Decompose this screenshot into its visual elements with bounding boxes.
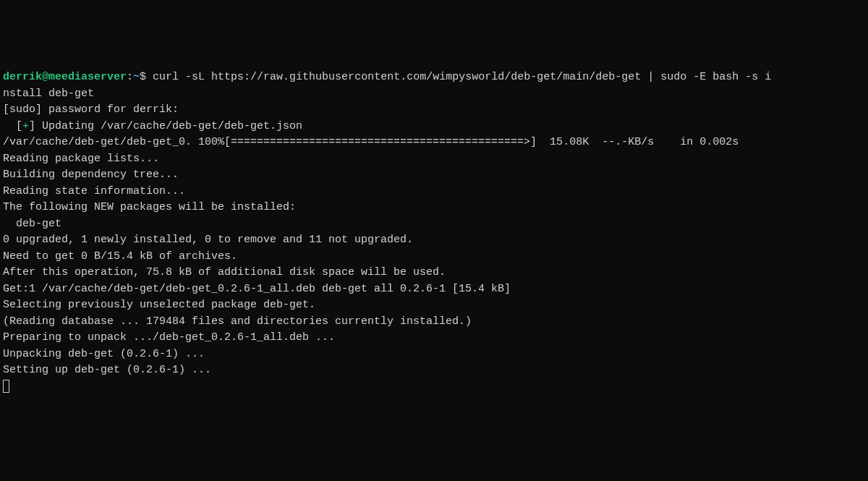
output-line: nstall deb-get [3,86,865,103]
output-line: /var/cache/deb-get/deb-get_0. 100%[=====… [3,135,865,151]
output-line: Unpacking deb-get (0.2.6-1) ... [3,346,865,363]
command-text: curl -sL https://raw.githubusercontent.c… [146,71,771,83]
output-line-prefix: [ [3,120,22,132]
cursor-icon [3,380,9,393]
output-line: Reading package lists... [3,151,865,168]
prompt-colon: : [127,71,133,83]
output-line: Need to get 0 B/15.4 kB of archives. [3,249,865,265]
output-line: [sudo] password for derrik: [3,102,865,119]
output-line: Building dependency tree... [3,167,865,184]
prompt-user-host: derrik@meediaserver [3,71,127,83]
plus-icon: + [22,120,29,132]
output-line: Setting up deb-get (0.2.6-1) ... [3,362,865,379]
output-line: Selecting previously unselected package … [3,297,865,314]
output-line: Reading state information... [3,184,865,200]
output-line-suffix: ] Updating /var/cache/deb-get/deb-get.js… [29,120,302,132]
output-line: Preparing to unpack .../deb-get_0.2.6-1_… [3,330,865,346]
output-line: Get:1 /var/cache/deb-get/deb-get_0.2.6-1… [3,281,865,298]
output-line: The following NEW packages will be insta… [3,200,865,216]
terminal-output[interactable]: derrik@meediaserver:~$ curl -sL https://… [3,69,865,395]
output-line: deb-get [3,216,865,233]
output-line: 0 upgraded, 1 newly installed, 0 to remo… [3,232,865,249]
prompt-path: ~ [133,71,140,83]
prompt-dollar: $ [140,71,146,83]
output-line: After this operation, 75.8 kB of additio… [3,265,865,281]
output-line: (Reading database ... 179484 files and d… [3,314,865,331]
